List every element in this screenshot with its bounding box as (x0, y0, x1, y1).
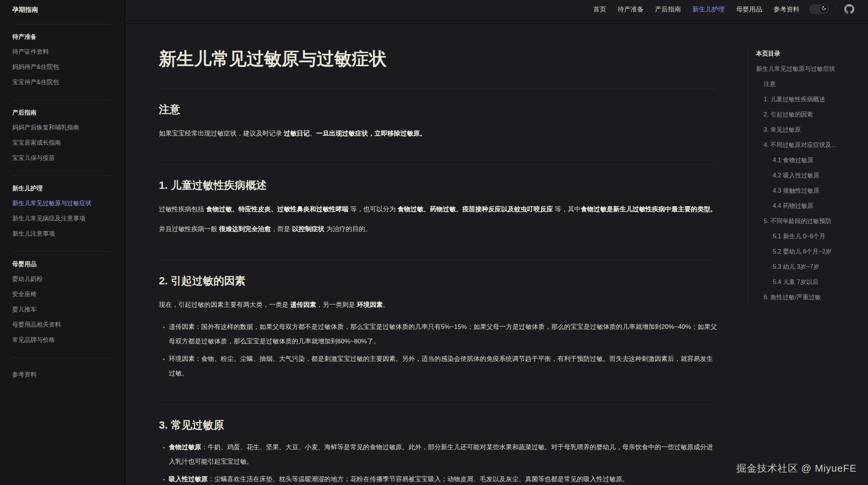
doc-section-overview: 1. 儿童过敏性疾病概述 过敏性疾病包括 食物过敏、特应性皮炎、过敏性鼻炎和过敏… (159, 164, 717, 236)
sidebar-group-postnatal: 产后指南 妈妈产后恢复和哺乳指南 宝宝居家成长指南 宝宝儿保与疫苗 (12, 108, 110, 166)
sidebar-group-newborn-care: 新生儿护理 新生儿常见过敏原与过敏症状 新生儿常见病症及注意事项 新生儿注意事项 (12, 184, 110, 241)
sidebar-item[interactable]: 婴儿推车 (12, 302, 110, 317)
section-divider (159, 164, 717, 165)
text-segment-bold: 以控制症状 (292, 225, 324, 233)
page-outline: 本页目录 新生儿常见过敏原与过敏症状 注意 1. 儿童过敏性疾病概述 2. 引起… (748, 48, 858, 305)
text-segment: ，另一类则是 (316, 301, 357, 308)
sidebar-group-title: 产后指南 (12, 108, 110, 117)
text-segment: 等，其中 (553, 206, 581, 213)
sidebar-item[interactable]: 宝宝居家成长指南 (12, 135, 110, 150)
paragraph: 如果宝宝经常出现过敏症状，建议及时记录 过敏日记。一旦出现过敏症状，立即移除过敏… (159, 126, 717, 141)
sidebar-item[interactable]: 妈妈产后恢复和哺乳指南 (12, 120, 110, 135)
text-segment: 并且过敏性疾病一般 (159, 225, 219, 233)
sidebar-item[interactable]: 安全座椅 (12, 287, 110, 302)
outline-item[interactable]: 5.3 幼儿 3岁~7岁 (756, 259, 858, 274)
section-divider (159, 260, 717, 260)
list-item: 食物过敏原：牛奶、鸡蛋、花生、坚果、大豆、小麦、海鲜等是常见的食物过敏原。此外，… (169, 440, 717, 469)
moon-icon (822, 5, 826, 12)
outline-item[interactable]: 5.1 新生儿 0~6个月 (756, 229, 858, 244)
sidebar-item[interactable]: 参考资料 (12, 367, 110, 382)
sidebar-item[interactable]: 待产证件资料 (12, 44, 110, 59)
text-segment: 过敏性疾病包括 (159, 206, 206, 213)
outline-item[interactable]: 2. 引起过敏的因素 (756, 107, 858, 122)
doc-section-notice: 注意 如果宝宝经常出现过敏症状，建议及时记录 过敏日记。一旦出现过敏症状，立即移… (159, 89, 717, 141)
sidebar-group-title: 母婴用品 (12, 260, 110, 268)
text-segment: 为治疗的目的。 (324, 225, 372, 233)
outline-item[interactable]: 5. 不同年龄段的过敏预防 (756, 214, 858, 229)
text-segment-bold: 食物过敏原 (169, 444, 201, 451)
nav-link-home[interactable]: 首页 (593, 5, 606, 14)
outline-item[interactable]: 4.1 食物过敏原 (756, 153, 858, 168)
nav-divider (836, 4, 836, 14)
text-segment: 。 (383, 301, 389, 308)
list-item: 遗传因素：国外有这样的数据，如果父母双方都不是过敏体质，那么宝宝是过敏体质的几率… (169, 320, 717, 349)
outline-item[interactable]: 4.3 接触性过敏原 (756, 183, 858, 198)
text-segment-bold: 一旦出现过敏症状，立即移除过敏原。 (316, 130, 426, 137)
nav-link-references[interactable]: 参考资料 (774, 5, 799, 14)
sidebar-item[interactable]: 常见品牌与价格 (12, 332, 110, 348)
sidebar: 孕期指南 待产准备 待产证件资料 妈妈待产&住院包 宝宝待产&住院包 产后指南 … (0, 0, 125, 485)
sidebar-item[interactable]: 妈妈待产&住院包 (12, 59, 110, 75)
sidebar-item[interactable]: 新生儿常见病症及注意事项 (12, 211, 110, 226)
section-divider (159, 404, 717, 405)
nav-link-newborn-care[interactable]: 新生儿护理 (692, 5, 725, 14)
sidebar-group-products: 母婴用品 婴幼儿奶粉 安全座椅 婴儿推车 母婴用品相关资料 常见品牌与价格 (12, 260, 110, 348)
sidebar-item[interactable]: 新生儿注意事项 (12, 226, 110, 241)
outline-item[interactable]: 6. 急性过敏/严重过敏 (756, 290, 858, 305)
sidebar-group-title: 新生儿护理 (12, 184, 110, 193)
outline-item[interactable]: 5.4 儿童 7岁以后 (756, 274, 858, 290)
doc-section-causes: 2. 引起过敏的因素 现在，引起过敏的因素主要有两大类，一类是 遗传因素，另一类… (159, 260, 717, 381)
outline-item[interactable]: 注意 (756, 77, 858, 92)
site-logo[interactable]: 孕期指南 (12, 0, 110, 24)
sidebar-item-current[interactable]: 新生儿常见过敏原与过敏症状 (12, 196, 110, 211)
section-heading: 1. 儿童过敏性疾病概述 (159, 178, 717, 193)
text-segment-bold: 食物过敏是新生儿过敏性疾病中最主要的类型。 (581, 206, 717, 213)
outline-title: 本页目录 (756, 48, 858, 60)
sidebar-item[interactable]: 母婴用品相关资料 (12, 317, 110, 332)
sidebar-group-title: 待产准备 (12, 33, 110, 41)
text-segment: 。 (310, 130, 316, 137)
nav-link-products[interactable]: 母婴用品 (736, 5, 762, 14)
text-segment: 如果宝宝经常出现过敏症状，建议及时记录 (159, 130, 284, 137)
sidebar-divider (12, 251, 110, 252)
outline-item[interactable]: 新生儿常见过敏原与过敏症状 (756, 61, 858, 77)
list-item: 环境因素：食物、粉尘、尘螨、抽烟、大气污染，都是刺激宝宝过敏的主要因素。另外，适… (169, 352, 717, 381)
nav-link-prenatal[interactable]: 待产准备 (618, 5, 644, 14)
text-segment-bold: 食物过敏、特应性皮炎、过敏性鼻炎和过敏性哮喘 (206, 206, 349, 213)
paragraph: 并且过敏性疾病一般 很难达到完全治愈，而是 以控制症状 为治疗的目的。 (159, 222, 717, 236)
text-segment-bold: 环境因素 (357, 301, 383, 308)
section-heading: 3. 常见过敏原 (159, 418, 717, 432)
page-title: 新生儿常见过敏原与过敏症状 (159, 48, 717, 69)
sidebar-item[interactable]: 宝宝儿保与疫苗 (12, 150, 110, 166)
text-segment: 遗传因素：国外有这样的数据，如果父母双方都不是过敏体质，那么宝宝是过敏体质的几率… (169, 323, 717, 345)
text-segment-bold: 食物过敏、药物过敏、疫苗接种反应以及蚊虫叮咬反应 (397, 206, 553, 213)
theme-toggle[interactable] (809, 5, 828, 14)
text-segment: ：尘螨喜欢生活在床垫、枕头等温暖潮湿的地方；花粉在传播季节容易被宝宝吸入；动物皮… (208, 475, 629, 483)
section-heading: 2. 引起过敏的因素 (159, 274, 717, 288)
outline-item[interactable]: 5.2 婴幼儿 6个月~2岁 (756, 244, 858, 259)
outline-item[interactable]: 4. 不同过敏原对应症状及... (756, 137, 858, 153)
outline-item[interactable]: 4.4 药物过敏原 (756, 198, 858, 214)
outline-item[interactable]: 4.2 吸入性过敏原 (756, 168, 858, 183)
paragraph: 过敏性疾病包括 食物过敏、特应性皮炎、过敏性鼻炎和过敏性哮喘 等，也可以分为 食… (159, 202, 717, 217)
sidebar-group-prenatal: 待产准备 待产证件资料 妈妈待产&住院包 宝宝待产&住院包 (12, 33, 110, 90)
outline-item[interactable]: 1. 儿童过敏性疾病概述 (756, 92, 858, 107)
paragraph: 现在，引起过敏的因素主要有两大类，一类是 遗传因素，另一类则是 环境因素。 (159, 298, 717, 312)
theme-toggle-knob (820, 5, 828, 13)
text-segment: ：牛奶、鸡蛋、花生、坚果、大豆、小麦、海鲜等是常见的食物过敏原。此外，部分新生儿… (169, 444, 713, 465)
doc-content: 新生儿常见过敏原与过敏症状 注意 如果宝宝经常出现过敏症状，建议及时记录 过敏日… (125, 24, 748, 485)
sidebar-divider (12, 357, 110, 358)
text-segment-bold: 很难达到完全治愈 (219, 225, 271, 233)
sidebar-item[interactable]: 婴幼儿奶粉 (12, 271, 110, 287)
sidebar-item[interactable]: 宝宝待产&住院包 (12, 75, 110, 90)
text-segment-bold: 遗传因素 (290, 301, 316, 308)
github-icon[interactable] (844, 4, 854, 14)
doc-section-allergens: 3. 常见过敏原 食物过敏原：牛奶、鸡蛋、花生、坚果、大豆、小麦、海鲜等是常见的… (159, 404, 717, 485)
outline-item[interactable]: 3. 常见过敏原 (756, 122, 858, 137)
section-divider (159, 89, 717, 89)
text-segment-bold: 过敏日记 (284, 130, 310, 137)
watermark: 掘金技术社区 @ MiyueFE (737, 462, 857, 475)
text-segment: 等，也可以分为 (349, 206, 397, 213)
nav-link-postnatal[interactable]: 产后指南 (655, 5, 681, 14)
sidebar-divider (12, 24, 110, 24)
